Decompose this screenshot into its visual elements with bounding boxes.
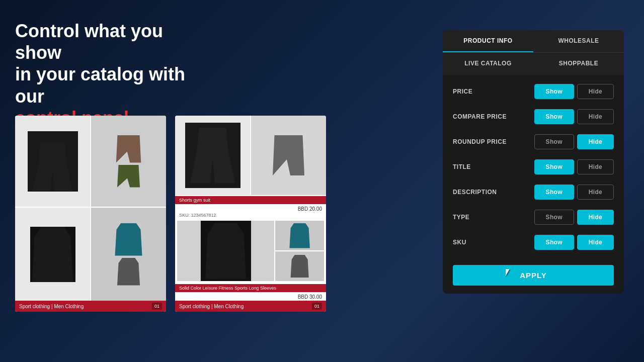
hero-heading: Control what you show in your catalog wi…: [15, 20, 201, 129]
tab-product-info[interactable]: PRODUCT INFO: [443, 30, 533, 52]
catalog-detail-bottom: [175, 219, 326, 283]
catalog-footer-text-2: Sport clothing | Men Clothing: [179, 304, 244, 309]
label-price: PRICE: [453, 88, 534, 95]
label-roundup-price: ROUNDUP PRICE: [453, 138, 534, 145]
hide-description-btn[interactable]: Hide: [577, 185, 614, 200]
catalog-img-cell-1: [15, 116, 90, 207]
show-price-btn[interactable]: Show: [534, 84, 574, 99]
show-roundup-price-btn[interactable]: Show: [534, 134, 574, 149]
panel-tabs-row2: LIVE CATALOG SHOPPABLE: [443, 52, 624, 75]
row-description: DESCRIPTION Show Hide: [443, 179, 624, 205]
show-description-btn[interactable]: Show: [534, 185, 574, 200]
show-type-btn[interactable]: Show: [534, 210, 574, 225]
show-title-btn[interactable]: Show: [534, 159, 574, 174]
panel-tabs-row1: PRODUCT INFO WHOLESALE: [443, 30, 624, 52]
toggle-roundup-price: Show Hide: [534, 134, 614, 149]
catalog-number-1: 01: [152, 303, 162, 310]
catalog-detail-thumb-col: [275, 221, 324, 281]
row-sku: SKU Show Hide: [443, 230, 624, 255]
row-title: TITLE Show Hide: [443, 154, 624, 179]
hide-price-btn[interactable]: Hide: [577, 84, 614, 99]
catalog-img-cell-2: [91, 116, 166, 207]
product-label-2: Solid Color Leisure Fitness Sports Long …: [175, 284, 326, 292]
apply-button[interactable]: APPLY: [453, 265, 614, 286]
tab-wholesale[interactable]: WHOLESALE: [533, 30, 624, 52]
catalog-footer-text-1: Sport clothing | Men Clothing: [19, 304, 84, 309]
show-sku-btn[interactable]: Show: [534, 235, 574, 250]
hero-line2: in your catalog with our: [15, 64, 185, 106]
catalog-footer-2: Sport clothing | Men Clothing 01: [175, 301, 326, 312]
toggle-title: Show Hide: [534, 159, 614, 174]
hide-sku-btn[interactable]: Hide: [577, 235, 614, 250]
row-price: PRICE Show Hide: [443, 79, 624, 104]
catalog-card-1: Sport clothing | Men Clothing 01: [15, 116, 166, 312]
catalog-detail-thumb-teal: [275, 221, 324, 250]
catalog-footer-1: Sport clothing | Men Clothing 01: [15, 301, 166, 312]
row-compare-price: COMPARE PRICE Show Hide: [443, 104, 624, 129]
product-price-2: BBD 30.00: [175, 293, 326, 301]
panel-rows: PRICE Show Hide COMPARE PRICE Show Hide …: [443, 75, 624, 259]
hide-type-btn[interactable]: Hide: [577, 210, 614, 225]
catalog-detail-thumb-gray: [275, 251, 324, 281]
row-roundup-price: ROUNDUP PRICE Show Hide: [443, 129, 624, 154]
product-label-1: Shorts gym suit: [175, 196, 326, 204]
toggle-description: Show Hide: [534, 185, 614, 200]
hero-line1: Control what you show: [15, 21, 163, 63]
toggle-type: Show Hide: [534, 210, 614, 225]
label-sku: SKU: [453, 239, 534, 246]
tab-live-catalog[interactable]: LIVE CATALOG: [443, 53, 533, 75]
toggle-sku: Show Hide: [534, 235, 614, 250]
catalog-detail-jacket-main: [177, 221, 274, 281]
tab-shoppable[interactable]: SHOPPABLE: [533, 53, 624, 75]
label-description: DESCRIPTION: [453, 189, 534, 196]
catalog-card-2: Shorts gym suit BBD 20.00 SKU: 123456781…: [175, 116, 326, 312]
label-title: TITLE: [453, 163, 534, 170]
hide-roundup-price-btn[interactable]: Hide: [577, 134, 614, 149]
control-panel: PRODUCT INFO WHOLESALE LIVE CATALOG SHOP…: [443, 30, 624, 294]
hide-title-btn[interactable]: Hide: [577, 159, 614, 174]
apply-btn-row: APPLY: [443, 259, 624, 294]
catalog-detail-top: [175, 116, 326, 195]
toggle-compare-price: Show Hide: [534, 109, 614, 124]
catalog-img-cell-4: [91, 208, 166, 301]
product-price-1: BBD 20.00: [175, 205, 326, 213]
catalog-img-cell-3: [15, 208, 90, 301]
toggle-price: Show Hide: [534, 84, 614, 99]
catalogs-section: Sport clothing | Men Clothing 01 Shorts …: [15, 116, 326, 312]
catalog-detail-thumb-img: [251, 116, 326, 195]
label-type: TYPE: [453, 214, 534, 221]
catalog-grid-1: [15, 116, 166, 301]
hide-compare-price-btn[interactable]: Hide: [577, 109, 614, 124]
label-compare-price: COMPARE PRICE: [453, 113, 534, 120]
row-type: TYPE Show Hide: [443, 205, 624, 230]
product-sku-1: SKU: 1234567812: [175, 213, 326, 219]
show-compare-price-btn[interactable]: Show: [534, 109, 574, 124]
catalog-number-2: 01: [312, 303, 322, 310]
catalog-detail-main-img: [175, 116, 250, 195]
